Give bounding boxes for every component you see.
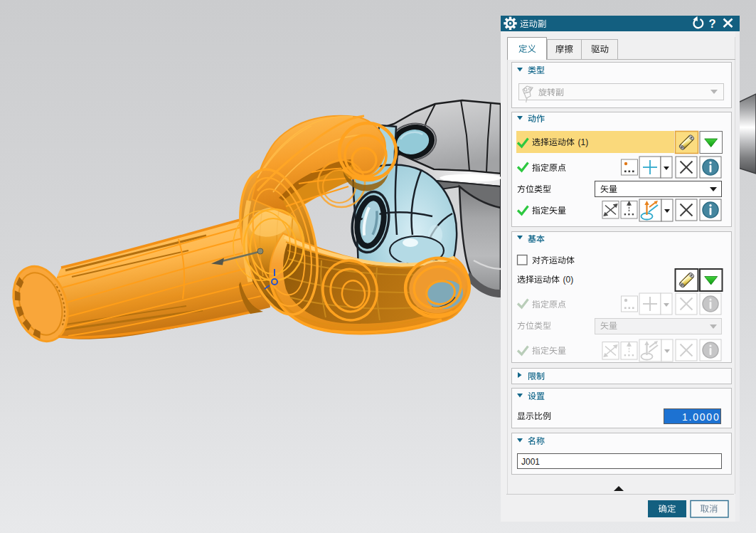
svg-text:(0): (0) [563,275,574,285]
svg-text:1.0000: 1.0000 [682,411,720,423]
svg-text:J001: J001 [521,457,540,467]
svg-text:?: ? [708,17,715,30]
svg-text:(1): (1) [578,137,589,147]
